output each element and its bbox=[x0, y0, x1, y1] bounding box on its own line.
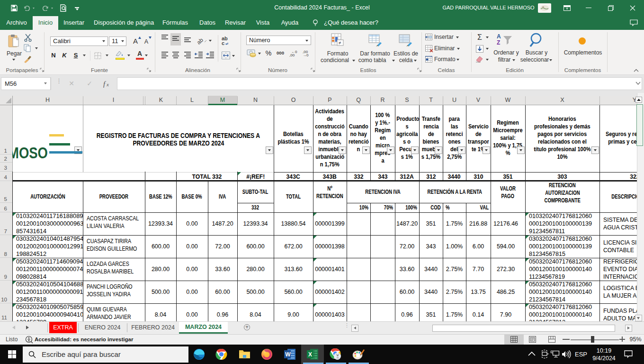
svg-text:f: f bbox=[103, 80, 106, 88]
svg-text:Z: Z bbox=[497, 39, 500, 46]
svg-text:→0: →0 bbox=[303, 53, 309, 57]
svg-text:c: c bbox=[222, 40, 224, 46]
svg-text:A: A bbox=[497, 33, 501, 40]
svg-text:X: X bbox=[308, 351, 312, 358]
svg-text:,00: ,00 bbox=[289, 53, 295, 57]
svg-text:W: W bbox=[285, 351, 291, 358]
svg-text:≠: ≠ bbox=[339, 40, 341, 46]
svg-text:x: x bbox=[106, 82, 109, 87]
svg-text:MOSO: MOSO bbox=[12, 144, 48, 160]
svg-text:ab: ab bbox=[197, 36, 205, 45]
